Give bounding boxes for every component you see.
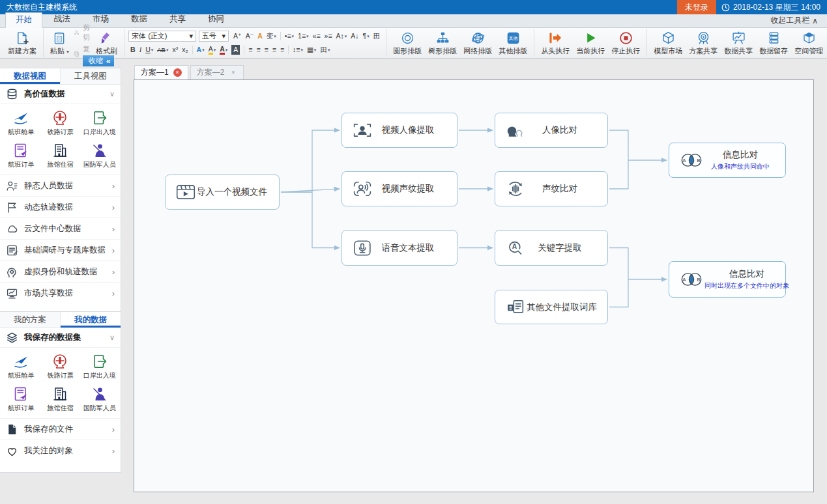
sidebar-tab-tool-view[interactable]: 工具视图 <box>61 68 121 84</box>
plan-share-button[interactable]: 方案共享 <box>686 30 721 57</box>
run-current-button[interactable]: 当前执行 <box>573 30 608 57</box>
ribbon-tab-data[interactable]: 数据 <box>121 12 158 27</box>
grow-font-button[interactable]: A⁺ <box>232 31 243 42</box>
my-item-my-followed-objects[interactable]: 我关注的对象› <box>0 440 121 462</box>
ribbon-tab-share[interactable]: 共享 <box>159 12 196 27</box>
clear-format-button[interactable]: A <box>256 31 264 42</box>
borders-button[interactable]: 田▾ <box>319 44 331 55</box>
network-layout-button[interactable]: 网络排版 <box>460 30 495 57</box>
dataset-hotel-stay[interactable]: 旅馆住宿 <box>40 382 80 415</box>
table-grid-button[interactable]: 田 <box>372 31 382 42</box>
dataset-border-entry-exit[interactable]: 口岸出入境 <box>80 106 119 139</box>
shading-button[interactable]: ▦▾ <box>306 44 317 55</box>
close-tab-icon[interactable]: × <box>229 68 237 77</box>
underline-button[interactable]: U▾ <box>144 44 154 55</box>
align-left-button[interactable]: ≡ <box>247 44 254 55</box>
sidebar-tab-my-plans[interactable]: 我的方案 <box>0 312 61 328</box>
text-effects-button[interactable]: A▾ <box>196 44 206 55</box>
collapse-toolbar-button[interactable]: 收起工具栏 ∧ <box>761 15 827 27</box>
canvas-tab-plan-1[interactable]: 方案—1× <box>134 65 188 79</box>
category-market-shared-data[interactable]: 市场共享数据› <box>0 283 121 304</box>
node-video-face-extract[interactable]: 视频人像提取 <box>341 113 457 148</box>
node-other-file-wordlib[interactable]: 其他文件提取词库 <box>495 290 608 324</box>
dataset-flight-manifest[interactable]: 航班舱单 <box>1 106 40 139</box>
sidebar-tab-data-view[interactable]: 数据视图 <box>0 68 61 84</box>
ribbon-tab-start[interactable]: 开始 <box>5 12 42 28</box>
sidebar-tab-my-data[interactable]: 我的数据 <box>61 312 121 328</box>
format-painter-button[interactable]: 格式刷 <box>93 30 121 57</box>
dataset-hotel-stay[interactable]: 旅馆住宿 <box>40 139 80 171</box>
cut-button[interactable]: 剪切 <box>74 23 91 42</box>
show-marks-icon: ¶ <box>363 31 367 41</box>
category-virtual-identity-data[interactable]: 虚拟身份和轨迹数据› <box>0 261 121 283</box>
justify-button[interactable]: ≡ <box>271 44 278 55</box>
new-plan-button[interactable]: 新建方案 <box>5 30 40 57</box>
flag-icon <box>6 201 18 214</box>
category-static-person-data[interactable]: 静态人员数据› <box>0 175 121 197</box>
decrease-indent-button[interactable]: «≡ <box>312 31 322 42</box>
align-center-button[interactable]: ≡ <box>255 44 261 55</box>
font-color-button[interactable]: A▾ <box>218 44 229 55</box>
data-retention-button[interactable]: 数据留存 <box>756 30 791 57</box>
my-item-my-saved-files[interactable]: 我保存的文件› <box>0 419 121 440</box>
canvas-tab-plan-2[interactable]: 方案—2× <box>190 65 244 79</box>
font-size-select[interactable]: 五号 ▾ <box>199 31 229 42</box>
font-family-select[interactable]: 宋体 (正文) ▾ <box>128 31 196 42</box>
category-survey-thematic-data[interactable]: 基础调研与专题库数据› <box>0 240 121 261</box>
login-status-badge[interactable]: 未登录 <box>677 0 716 14</box>
increase-indent-button[interactable]: »≡ <box>323 31 334 42</box>
node-info-compare-1[interactable]: AB信息比对人像和声纹共同命中 <box>669 143 786 178</box>
node-video-voiceprint-extract[interactable]: 视频声纹提取 <box>341 171 457 206</box>
show-marks-button[interactable]: ¶▾ <box>362 31 371 42</box>
circle-layout-button[interactable]: 圆形排版 <box>390 30 425 57</box>
other-layout-button[interactable]: 其他其他排版 <box>495 30 530 57</box>
dataset-flight-order[interactable]: 航班订单 <box>1 382 40 415</box>
node-face-compare[interactable]: 人像比对 <box>495 113 608 148</box>
italic-button[interactable]: I <box>138 44 143 55</box>
node-keyword-extract[interactable]: A关键字提取 <box>495 230 608 266</box>
stop-run-button[interactable]: 停止执行 <box>608 30 643 57</box>
node-import-video[interactable]: 导入一个视频文件 <box>165 175 280 210</box>
dataset-military-personnel[interactable]: 国防军人员 <box>80 382 119 415</box>
run-from-start-button[interactable]: 从头执行 <box>538 30 573 57</box>
node-speech-text-extract[interactable]: 语音文本提取 <box>341 230 457 266</box>
change-case-button[interactable]: 变▾ <box>265 31 278 42</box>
section-saved-datasets[interactable]: 我保存的数据集 ∨ <box>0 328 121 348</box>
sidebar-collapse-button[interactable]: 收缩 « <box>83 55 114 66</box>
bullet-list-button[interactable]: •≡▾ <box>283 31 295 42</box>
number-list-button[interactable]: 1≡▾ <box>297 31 310 42</box>
bold-button[interactable]: B <box>129 44 137 55</box>
dataset-border-entry-exit[interactable]: 口岸出入境 <box>80 350 119 382</box>
dataset-rail-ticket[interactable]: 铁路订票 <box>40 106 80 139</box>
char-shading-button[interactable]: A <box>230 44 241 55</box>
superscript-button[interactable]: x² <box>171 44 179 55</box>
char-scale-button[interactable]: A↕▾ <box>335 31 349 42</box>
close-tab-icon[interactable]: × <box>173 68 182 77</box>
highlight-color-button[interactable]: A▾ <box>207 44 218 55</box>
strikethrough-button[interactable]: AB▾ <box>156 44 169 55</box>
category-dynamic-track-data[interactable]: 动态轨迹数据› <box>0 197 121 218</box>
subscript-icon: x₂ <box>182 45 188 55</box>
node-voiceprint-compare[interactable]: 声纹比对 <box>495 171 608 206</box>
section-high-value-data[interactable]: 高价值数据 ∨ <box>0 85 121 104</box>
data-share-button[interactable]: 数据共享 <box>721 30 756 57</box>
dataset-flight-order[interactable]: 航班订单 <box>1 139 40 171</box>
paste-button[interactable]: 粘贴 ▾ <box>47 30 72 57</box>
subscript-button[interactable]: x₂ <box>181 44 189 55</box>
tree-layout-button[interactable]: 树形排版 <box>425 30 460 57</box>
space-manage-button[interactable]: 空间管理 <box>791 30 826 57</box>
shrink-font-button[interactable]: A⁻ <box>244 31 255 42</box>
distribute-button[interactable]: ≡ <box>279 44 285 55</box>
sort-button[interactable]: A↓ <box>349 31 360 42</box>
flow-canvas[interactable]: 导入一个视频文件视频人像提取视频声纹提取语音文本提取人像比对声纹比对A关键字提取… <box>134 79 814 492</box>
dataset-flight-manifest[interactable]: 航班舱单 <box>1 350 40 382</box>
dataset-military-personnel[interactable]: 国防军人员 <box>80 139 119 171</box>
node-info-compare-2[interactable]: AB信息比对同时出现在多个文件中的对象 <box>669 261 786 298</box>
button-label: 模型市场 <box>654 46 682 56</box>
line-spacing-button[interactable]: ↕≡▾ <box>291 44 304 55</box>
model-market-button[interactable]: 模型市场 <box>650 30 686 57</box>
category-cloud-file-data[interactable]: 云文件中心数据› <box>0 218 121 240</box>
dataset-rail-ticket[interactable]: 铁路订票 <box>40 350 80 382</box>
ribbon-tab-collaborate[interactable]: 协同 <box>197 12 235 27</box>
align-right-button[interactable]: ≡ <box>263 44 270 55</box>
